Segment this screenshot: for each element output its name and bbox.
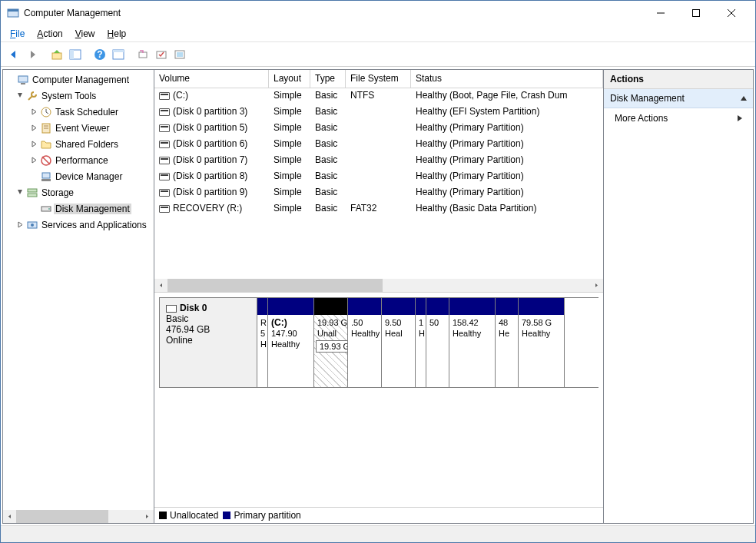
show-hide-tree-button[interactable] (67, 46, 84, 63)
collapse-icon[interactable] (15, 189, 25, 196)
col-header-status[interactable]: Status (411, 70, 603, 88)
partition[interactable]: .50Healthy (348, 298, 382, 387)
folder-icon (40, 138, 52, 151)
scrollbar-thumb[interactable] (167, 279, 383, 292)
tree-device-manager[interactable]: Device Manager (3, 168, 154, 184)
partition[interactable]: 79.58 GHealthy (519, 298, 565, 387)
back-button[interactable] (5, 46, 22, 63)
partition[interactable]: 158.42Healthy (449, 298, 496, 387)
col-header-layout[interactable]: Layout (269, 70, 310, 88)
tree-storage[interactable]: Storage (3, 184, 154, 200)
volume-row[interactable]: RECOVERY (R:)SimpleBasicFAT32Healthy (Ba… (154, 201, 603, 217)
partition[interactable]: R5H (257, 298, 268, 387)
navigation-tree[interactable]: Computer Management System Tools Task Sc… (3, 70, 154, 510)
svg-rect-27 (42, 173, 50, 178)
tree-services[interactable]: Services and Applications (3, 217, 154, 233)
disk-state: Online (166, 335, 250, 346)
col-header-type[interactable]: Type (310, 70, 346, 88)
actions-section[interactable]: Disk Management (604, 89, 753, 108)
svg-point-34 (31, 223, 34, 227)
svg-rect-8 (70, 50, 74, 59)
expand-icon[interactable] (29, 108, 38, 115)
clock-icon (40, 106, 52, 118)
col-header-fs[interactable]: File System (346, 70, 411, 88)
window-title: Computer Management (24, 8, 643, 18)
menu-file[interactable]: File (4, 27, 31, 41)
expand-icon[interactable] (29, 157, 38, 164)
scroll-right-icon[interactable] (590, 279, 603, 292)
volume-row[interactable]: (Disk 0 partition 9)SimpleBasicHealthy (… (154, 185, 603, 201)
volume-rows[interactable]: (C:)SimpleBasicNTFSHealthy (Boot, Page F… (154, 88, 603, 279)
menu-action[interactable]: Action (31, 27, 68, 41)
svg-rect-20 (21, 83, 25, 84)
disk-type: Basic (166, 313, 250, 324)
refresh-button[interactable] (134, 46, 151, 63)
svg-rect-30 (28, 194, 37, 197)
partition-unallocated[interactable]: 19.93 GBUnall19.93 GB (314, 298, 348, 387)
tree-root[interactable]: Computer Management (3, 71, 154, 88)
collapse-icon[interactable] (15, 92, 25, 99)
forward-button[interactable] (24, 46, 41, 63)
tree-disk-management[interactable]: Disk Management (3, 200, 154, 217)
volume-icon (159, 108, 170, 116)
svg-rect-29 (28, 189, 37, 192)
legend-swatch-primary (223, 512, 230, 519)
partition[interactable]: 9.50Heal (382, 298, 416, 387)
tree-system-tools[interactable]: System Tools (3, 88, 154, 104)
partition[interactable]: 50 (426, 298, 449, 387)
up-button[interactable] (48, 46, 65, 63)
volume-icon (159, 205, 170, 213)
actions-more[interactable]: More Actions (604, 108, 753, 128)
disk-row[interactable]: Disk 0 Basic 476.94 GB Online R5H(C:)147… (159, 297, 598, 388)
svg-rect-19 (18, 76, 28, 82)
menu-view[interactable]: View (69, 27, 101, 41)
minimize-button[interactable] (643, 2, 678, 25)
disk-partitions: R5H(C:)147.90Healthy19.93 GBUnall19.93 G… (257, 297, 598, 388)
col-header-volume[interactable]: Volume (154, 70, 269, 88)
tree-event-viewer[interactable]: Event Viewer (3, 120, 154, 136)
scroll-right-icon[interactable] (141, 510, 154, 523)
volume-row[interactable]: (Disk 0 partition 7)SimpleBasicHealthy (… (154, 153, 603, 169)
svg-rect-12 (113, 50, 124, 52)
list-button[interactable] (171, 46, 188, 63)
actions-pane: Actions Disk Management More Actions (604, 69, 754, 524)
tree-shared-folders[interactable]: Shared Folders (3, 136, 154, 152)
volume-row[interactable]: (C:)SimpleBasicNTFSHealthy (Boot, Page F… (154, 88, 603, 104)
partition[interactable]: 1H (416, 298, 426, 387)
properties-button[interactable] (110, 46, 127, 63)
tree-performance[interactable]: Performance (3, 152, 154, 168)
volume-row[interactable]: (Disk 0 partition 5)SimpleBasicHealthy (… (154, 121, 603, 137)
volume-icon (159, 92, 170, 100)
volume-row[interactable]: (Disk 0 partition 8)SimpleBasicHealthy (… (154, 169, 603, 185)
expand-icon[interactable] (29, 124, 38, 131)
tree-task-scheduler[interactable]: Task Scheduler (3, 104, 154, 120)
partition[interactable]: 48He (496, 298, 519, 387)
volume-horizontal-scrollbar[interactable] (154, 279, 603, 292)
help-button[interactable]: ? (91, 46, 108, 63)
svg-rect-1 (8, 9, 18, 12)
maximize-button[interactable] (678, 2, 714, 25)
partition[interactable]: (C:)147.90Healthy (268, 298, 314, 387)
disk-info[interactable]: Disk 0 Basic 476.94 GB Online (159, 297, 257, 388)
tree-horizontal-scrollbar[interactable] (3, 510, 154, 523)
scrollbar-thumb[interactable] (16, 510, 108, 523)
expand-icon[interactable] (29, 141, 38, 147)
expand-icon[interactable] (15, 221, 25, 228)
actions-header: Actions (604, 70, 753, 89)
scroll-left-icon[interactable] (3, 510, 16, 523)
volume-icon (159, 141, 170, 148)
close-button[interactable] (714, 2, 749, 25)
app-icon (7, 7, 19, 19)
disk-capacity: 476.94 GB (166, 324, 250, 335)
menu-help[interactable]: Help (101, 27, 133, 41)
storage-icon (26, 187, 38, 199)
scroll-left-icon[interactable] (154, 279, 167, 292)
settings-button[interactable] (153, 46, 170, 63)
menu-bar: File Action View Help (1, 25, 755, 42)
volume-row[interactable]: (Disk 0 partition 3)SimpleBasicHealthy (… (154, 104, 603, 121)
toolbar: ? (1, 42, 755, 67)
svg-rect-28 (41, 179, 51, 181)
legend-swatch-unallocated (159, 512, 167, 519)
volume-icon (159, 189, 170, 197)
volume-row[interactable]: (Disk 0 partition 6)SimpleBasicHealthy (… (154, 137, 603, 153)
